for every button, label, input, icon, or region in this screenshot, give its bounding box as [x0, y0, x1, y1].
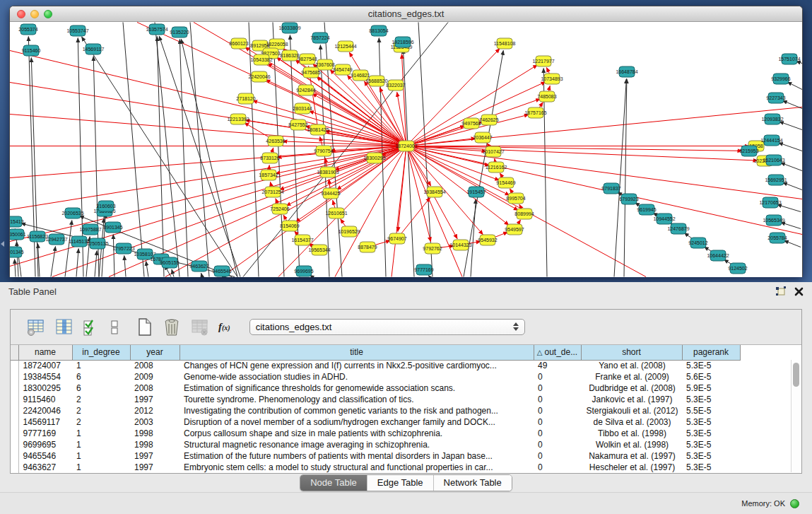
cell-title[interactable]: Estimation of significance thresholds fo… [180, 382, 534, 394]
network-node[interactable]: 12217977 [532, 56, 554, 66]
table-scrollbar[interactable] [791, 360, 800, 472]
cell-year[interactable]: 1997 [130, 462, 180, 473]
cell-out_degree[interactable]: 0 [534, 405, 581, 416]
column-header-pagerank[interactable]: pagerank [682, 345, 740, 360]
network-node[interactable]: 8733126 [260, 153, 279, 163]
network-node[interactable]: 1915457 [466, 187, 486, 197]
network-node[interactable]: 12476879 [667, 223, 689, 234]
network-node[interactable]: 2718120 [236, 93, 255, 104]
delete-table-button[interactable] [190, 318, 209, 337]
column-header-name[interactable]: name [18, 345, 72, 360]
cell-name[interactable]: 9465546 [18, 450, 72, 462]
cell-short[interactable]: Yano et al. (2008) [581, 360, 682, 371]
cell-out_degree[interactable]: 49 [534, 360, 581, 371]
cell-pagerank[interactable]: 5.3E-5 [682, 394, 740, 405]
network-node[interactable]: 9001345 [10, 247, 24, 257]
table-row[interactable]: 1872400712008Changes of HCN gene express… [11, 360, 740, 371]
network-node[interactable]: 10543382 [250, 54, 272, 65]
cell-title[interactable]: Tourette syndrome. Phenomenology and cla… [180, 394, 534, 405]
network-node[interactable]: 12093832 [761, 114, 783, 124]
cell-name[interactable]: 19384554 [18, 371, 72, 382]
network-node[interactable]: 8322037 [386, 80, 405, 90]
network-node[interactable]: 9545932 [478, 235, 497, 245]
cell-pagerank[interactable]: 5.3E-5 [682, 360, 740, 371]
network-node[interactable]: 12444154 [760, 135, 782, 146]
network-node[interactable]: 8878479 [358, 242, 377, 252]
cell-in_degree[interactable]: 1 [72, 428, 130, 439]
cell-title[interactable]: Changes of HCN gene expression and I(f) … [180, 360, 534, 371]
cell-out_degree[interactable]: 0 [534, 382, 581, 394]
cell-name[interactable]: 9115460 [18, 394, 72, 405]
cell-short[interactable]: Tibbo et al. (1998) [581, 428, 682, 439]
cell-short[interactable]: Wolkin et al. (1998) [581, 439, 682, 450]
cell-year[interactable]: 2009 [130, 371, 180, 382]
network-node[interactable]: 15692951 [765, 175, 787, 185]
network-node[interactable]: 11156823 [27, 231, 48, 242]
network-node[interactable]: 10553747 [66, 25, 88, 36]
network-node[interactable]: 8791837 [601, 183, 620, 194]
network-node[interactable]: 8901345 [103, 222, 122, 233]
cell-short[interactable]: Jankovic et al. (1997) [581, 394, 682, 405]
network-node[interactable]: 22420046 [248, 71, 270, 82]
network-node[interactable]: 2055374 [18, 24, 37, 35]
network-node[interactable]: 18300295 [363, 153, 385, 163]
cell-short[interactable]: Hescheler et al. (1997) [581, 462, 682, 473]
cell-name[interactable]: 18724007 [18, 360, 72, 371]
network-node[interactable]: 9605155 [160, 257, 179, 268]
network-node[interactable]: 9475685 [301, 67, 320, 78]
cell-in_degree[interactable]: 1 [72, 462, 130, 473]
network-node[interactable]: 9115460 [22, 45, 41, 56]
cell-short[interactable]: Nakamura et al. (1997) [581, 450, 682, 462]
network-node[interactable]: 16033809 [278, 23, 300, 33]
network-node[interactable]: 8660123 [229, 38, 248, 49]
tab-network-table[interactable]: Network Table [433, 475, 512, 491]
delete-button[interactable] [163, 317, 181, 337]
network-node[interactable]: 8089994 [514, 209, 534, 219]
cell-title[interactable]: Disruption of a novel member of a sodium… [180, 416, 534, 428]
network-table-selector[interactable]: citations_edges.txt [249, 319, 525, 335]
function-builder-button[interactable]: f(x) [218, 321, 230, 333]
network-node[interactable]: 10144323 [449, 240, 471, 250]
cell-title[interactable]: Structural magnetic resonance image aver… [180, 439, 534, 450]
minimize-window-button[interactable] [30, 10, 39, 18]
cell-out_degree[interactable]: 0 [534, 439, 581, 450]
network-node[interactable]: 7857224 [310, 33, 329, 43]
cell-title[interactable]: Investigating the contribution of common… [180, 405, 534, 416]
column-header-year[interactable]: year [130, 345, 180, 360]
network-node[interactable]: 10107427 [482, 146, 504, 157]
network-node[interactable]: 14569117 [83, 44, 105, 54]
network-node[interactable]: 9227343 [766, 93, 785, 103]
cell-in_degree[interactable]: 1 [72, 439, 130, 450]
network-node[interactable]: 9674907 [387, 233, 406, 244]
network-node[interactable]: 8186328 [280, 50, 299, 61]
column-header-short[interactable]: short [581, 345, 682, 360]
cell-title[interactable]: Embryonic stem cells: a model to study s… [180, 462, 534, 473]
network-node[interactable]: 9497568 [461, 118, 481, 129]
cell-in_degree[interactable]: 2 [72, 394, 130, 405]
network-node[interactable]: 20731254 [261, 187, 283, 197]
network-node[interactable]: 7462625 [479, 115, 498, 125]
network-node[interactable]: 7485083 [537, 91, 556, 102]
cell-year[interactable]: 1998 [130, 439, 180, 450]
network-node[interactable]: 10565349 [763, 215, 784, 226]
network-node[interactable]: 9549597 [505, 224, 524, 235]
network-node[interactable]: 8215953 [739, 146, 758, 156]
network-node[interactable]: 11216162 [486, 162, 507, 173]
network-node[interactable]: 6793923 [619, 194, 638, 204]
close-panel-button[interactable] [794, 287, 804, 296]
network-node[interactable]: 12125444 [334, 41, 356, 52]
network-node[interactable]: 2055784 [767, 233, 787, 243]
table-options-button[interactable] [26, 318, 45, 337]
new-table-button[interactable] [136, 317, 153, 337]
network-node[interactable]: 10734893 [541, 74, 563, 84]
network-node[interactable]: 16210643 [763, 155, 784, 165]
network-node[interactable]: 9124502 [728, 263, 747, 274]
cell-short[interactable]: Dudbridge et al. (2008) [581, 382, 682, 394]
table-row[interactable]: 977716911998Corpus callosum shape and si… [11, 428, 740, 439]
network-node[interactable]: 9792762 [423, 243, 442, 254]
network-node[interactable]: 2036447 [473, 132, 492, 143]
network-node[interactable]: 18381903 [317, 167, 339, 177]
cell-name[interactable]: 22420046 [18, 405, 72, 416]
network-node[interactable]: 15751074 [778, 54, 800, 64]
cell-year[interactable]: 1998 [130, 428, 180, 439]
